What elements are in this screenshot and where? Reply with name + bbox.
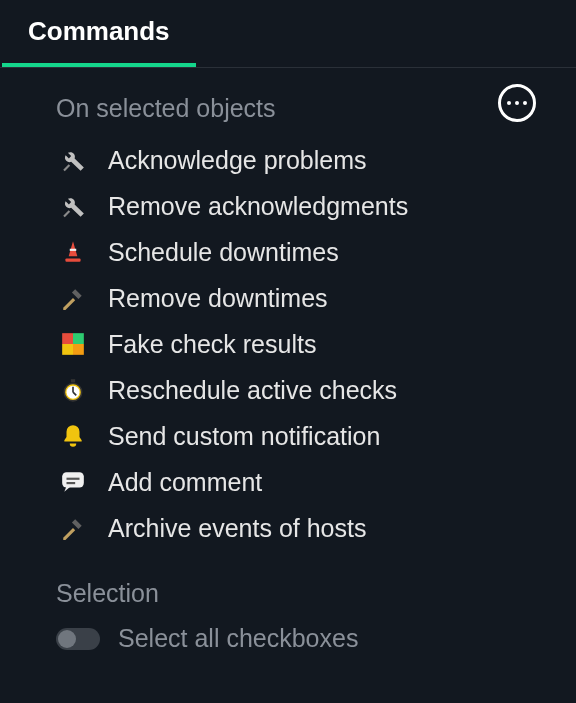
svg-rect-11 [67, 482, 76, 484]
cmd-label: Remove acknowledgments [108, 192, 408, 221]
svg-rect-4 [62, 344, 73, 355]
more-actions-button[interactable] [498, 84, 536, 122]
section-title-on-selected: On selected objects [56, 94, 520, 123]
section-title-selection: Selection [56, 579, 520, 608]
cmd-remove-acknowledgments[interactable]: Remove acknowledgments [56, 183, 520, 229]
hammer-icon [56, 511, 90, 545]
cone-icon [56, 235, 90, 269]
cmd-add-comment[interactable]: Add comment [56, 459, 520, 505]
svg-rect-5 [73, 344, 84, 355]
ellipsis-icon [507, 101, 527, 105]
cmd-fake-check-results[interactable]: Fake check results [56, 321, 520, 367]
tools-icon [56, 189, 90, 223]
cmd-label: Send custom notification [108, 422, 380, 451]
cmd-label: Archive events of hosts [108, 514, 366, 543]
select-all-row: Select all checkboxes [56, 622, 520, 653]
cmd-label: Acknowledge problems [108, 146, 366, 175]
commands-panel: On selected objects Acknowledge problems… [0, 68, 576, 653]
tools-icon [56, 143, 90, 177]
grid-icon [56, 327, 90, 361]
cmd-label: Fake check results [108, 330, 316, 359]
tab-commands-label: Commands [28, 16, 170, 46]
cmd-label: Reschedule active checks [108, 376, 397, 405]
hammer-icon [56, 281, 90, 315]
cmd-reschedule-active-checks[interactable]: Reschedule active checks [56, 367, 520, 413]
svg-rect-10 [67, 478, 80, 480]
svg-rect-3 [73, 333, 84, 344]
svg-rect-2 [62, 333, 73, 344]
cmd-label: Add comment [108, 468, 262, 497]
stopwatch-icon [56, 373, 90, 407]
cmd-label: Remove downtimes [108, 284, 328, 313]
select-all-label: Select all checkboxes [118, 624, 358, 653]
cmd-label: Schedule downtimes [108, 238, 339, 267]
bell-icon [56, 419, 90, 453]
cmd-send-custom-notification[interactable]: Send custom notification [56, 413, 520, 459]
svg-rect-8 [71, 379, 75, 382]
comment-icon [56, 465, 90, 499]
svg-rect-0 [70, 249, 77, 251]
select-all-toggle[interactable] [56, 628, 100, 650]
tab-commands[interactable]: Commands [0, 0, 198, 67]
svg-rect-1 [65, 259, 80, 262]
cmd-remove-downtimes[interactable]: Remove downtimes [56, 275, 520, 321]
cmd-acknowledge-problems[interactable]: Acknowledge problems [56, 137, 520, 183]
cmd-schedule-downtimes[interactable]: Schedule downtimes [56, 229, 520, 275]
cmd-archive-events-of-hosts[interactable]: Archive events of hosts [56, 505, 520, 551]
commands-list: Acknowledge problems Remove acknowledgme… [56, 137, 520, 551]
tab-bar: Commands [0, 0, 576, 68]
